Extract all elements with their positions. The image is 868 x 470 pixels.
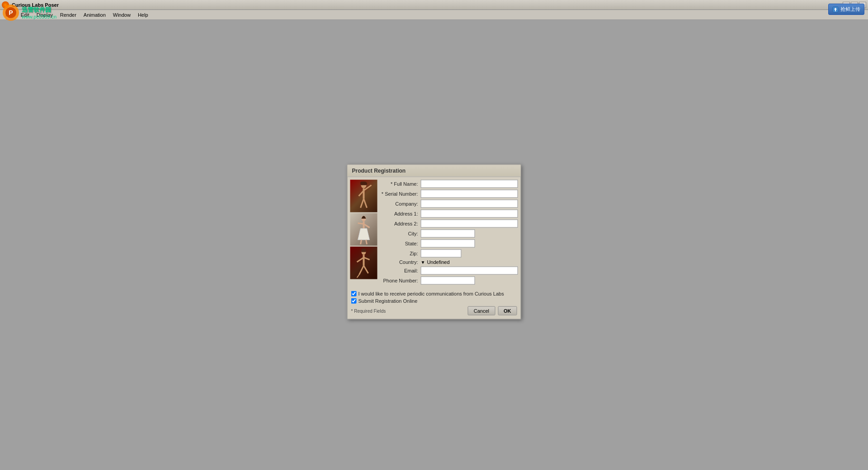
state-label: State:	[380, 241, 421, 246]
dialog-buttons: * Required Fields Cancel OK	[351, 306, 517, 315]
full-name-row: * Full Name:	[380, 180, 518, 188]
phone-row: Phone Number:	[380, 277, 518, 285]
svg-line-16	[361, 240, 362, 244]
email-label: Email:	[380, 268, 421, 273]
svg-text:P: P	[9, 9, 13, 16]
watermark-url: www.pc0359.cn	[22, 14, 57, 19]
country-dropdown[interactable]: ▼ Undefined	[421, 259, 450, 265]
submit-online-checkbox[interactable]	[351, 298, 357, 304]
zip-label: Zip:	[380, 251, 421, 256]
cancel-button[interactable]: Cancel	[468, 306, 495, 315]
svg-line-15	[358, 223, 364, 224]
svg-line-9	[361, 198, 364, 207]
menu-animation[interactable]: Animation	[80, 11, 109, 19]
dialog-footer: I would like to receive periodic communi…	[348, 289, 521, 319]
phone-input[interactable]	[421, 277, 475, 285]
upload-icon	[832, 6, 839, 13]
country-label: Country:	[380, 259, 421, 265]
phone-label: Phone Number:	[380, 278, 421, 283]
svg-marker-13	[358, 228, 370, 240]
svg-line-22	[359, 265, 364, 274]
company-label: Company:	[380, 201, 421, 207]
checkbox-row-2: Submit Registration Online	[351, 298, 517, 304]
dialog-images	[350, 180, 377, 287]
menu-help[interactable]: Help	[134, 11, 152, 19]
watermark: P 迅雷软件园 www.pc0359.cn	[2, 4, 57, 22]
figure-svg-3	[353, 248, 375, 277]
svg-line-24	[357, 274, 359, 277]
full-name-input[interactable]	[421, 180, 518, 188]
top-right-button-label: 抢鲜上传	[840, 6, 860, 13]
svg-line-10	[364, 198, 367, 207]
watermark-logo-icon: P	[2, 4, 20, 22]
email-input[interactable]	[421, 267, 518, 275]
svg-line-17	[366, 240, 367, 244]
svg-line-23	[364, 265, 368, 273]
zip-row: Zip:	[380, 249, 518, 258]
required-fields-note: * Required Fields	[351, 308, 386, 313]
country-row: Country: ▼ Undefined	[380, 259, 518, 265]
address2-input[interactable]	[421, 220, 518, 228]
menu-window[interactable]: Window	[109, 11, 134, 19]
company-row: Company:	[380, 200, 518, 208]
address2-row: Address 2:	[380, 220, 518, 228]
city-label: City:	[380, 231, 421, 236]
dropdown-arrow-icon: ▼	[421, 259, 425, 264]
city-row: City:	[380, 230, 518, 238]
main-area: Product Registration	[0, 20, 868, 470]
figure-svg-1	[353, 181, 375, 211]
newsletter-checkbox-label: I would like to receive periodic communi…	[359, 291, 504, 296]
submit-online-checkbox-label: Submit Registration Online	[359, 298, 418, 304]
address1-row: Address 1:	[380, 210, 518, 218]
serial-number-input[interactable]	[421, 190, 518, 198]
address1-input[interactable]	[421, 210, 518, 218]
full-name-label: * Full Name:	[380, 181, 421, 187]
svg-line-20	[357, 257, 364, 262]
country-value: Undefined	[427, 259, 449, 265]
figure-image-3	[350, 247, 377, 279]
dialog-title: Product Registration	[348, 165, 521, 177]
menu-bar: File Edit Display Render Animation Windo…	[0, 10, 868, 20]
city-input[interactable]	[421, 230, 475, 238]
serial-number-row: * Serial Number:	[380, 190, 518, 198]
address1-label: Address 1:	[380, 211, 421, 216]
ok-button[interactable]: OK	[498, 306, 517, 315]
address2-label: Address 2:	[380, 221, 421, 226]
watermark-text-block: 迅雷软件园 www.pc0359.cn	[22, 6, 57, 19]
product-registration-dialog: Product Registration	[347, 164, 521, 320]
top-right-upload-button[interactable]: 抢鲜上传	[828, 4, 864, 15]
checkbox-row-1: I would like to receive periodic communi…	[351, 291, 517, 296]
menu-render[interactable]: Render	[57, 11, 80, 19]
zip-input[interactable]	[421, 249, 462, 258]
registration-form: * Full Name: * Serial Number: Company: A…	[380, 180, 518, 287]
dialog-body: * Full Name: * Serial Number: Company: A…	[348, 177, 521, 289]
state-row: State:	[380, 240, 518, 248]
email-row: Email:	[380, 267, 518, 275]
figure-svg-2	[353, 215, 375, 244]
serial-number-label: * Serial Number:	[380, 191, 421, 197]
watermark-site-name: 迅雷软件园	[22, 6, 57, 14]
company-input[interactable]	[421, 200, 518, 208]
title-bar: Curious Labs Poser − □ ×	[0, 0, 868, 10]
state-input[interactable]	[421, 240, 475, 248]
newsletter-checkbox[interactable]	[351, 291, 357, 296]
button-group: Cancel OK	[468, 306, 517, 315]
figure-image-1	[350, 180, 377, 212]
figure-image-2	[350, 213, 377, 246]
